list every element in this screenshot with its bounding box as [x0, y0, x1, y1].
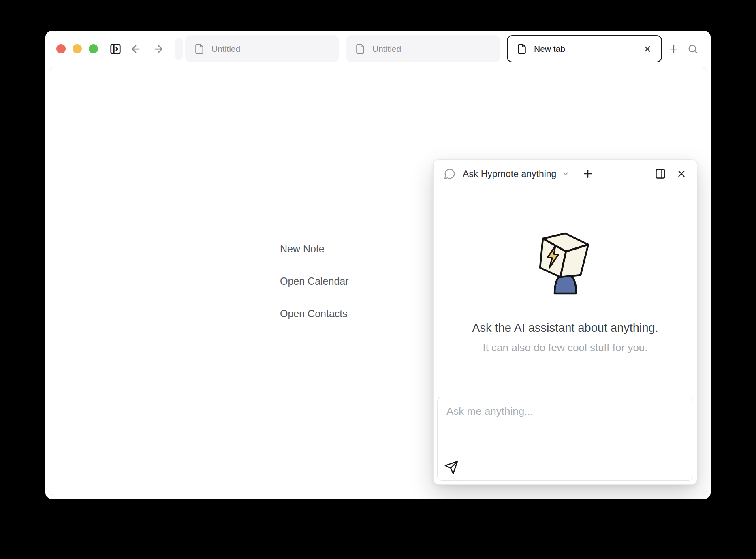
robot-mascot [535, 231, 596, 296]
panel-left-toggle-icon [109, 43, 122, 55]
app-window: Untitled Untitled New tab [45, 31, 711, 499]
panel-right-icon [655, 168, 666, 179]
file-icon [355, 44, 365, 54]
arrow-right-icon [152, 43, 164, 55]
back-button[interactable] [130, 43, 142, 55]
chat-input-box [437, 397, 693, 481]
open-contacts-link[interactable]: Open Contacts [280, 307, 349, 320]
tab-label: New tab [534, 44, 565, 54]
close-icon [676, 169, 687, 179]
tab-bar: Untitled Untitled New tab [185, 35, 662, 62]
file-icon [194, 44, 205, 54]
search-icon [687, 43, 698, 55]
tab-new-tab-active[interactable]: New tab [507, 35, 662, 62]
forward-button[interactable] [152, 43, 164, 55]
assistant-selector[interactable]: Ask Hyprnote anything [444, 168, 570, 180]
file-icon [517, 44, 527, 54]
search-button[interactable] [687, 43, 698, 55]
tab-untitled-2[interactable]: Untitled [346, 35, 500, 62]
new-note-link[interactable]: New Note [280, 242, 349, 255]
new-tab-button[interactable] [668, 43, 680, 55]
chevron-down-icon [562, 170, 570, 178]
assistant-footer [434, 397, 697, 484]
assistant-panel: Ask Hyprnote anything [433, 159, 697, 485]
tab-label: Untitled [372, 44, 401, 54]
plus-icon [582, 168, 594, 180]
arrow-left-icon [130, 43, 142, 55]
tab-untitled-1[interactable]: Untitled [185, 35, 339, 62]
close-tab-button[interactable] [643, 44, 652, 54]
assistant-subtitle: It can also do few cool stuff for you. [483, 341, 647, 354]
close-assistant-button[interactable] [676, 169, 687, 179]
assistant-title: Ask Hyprnote anything [463, 169, 556, 179]
tab-strip-edge [175, 38, 183, 60]
minimize-window-button[interactable] [73, 44, 82, 53]
send-icon [444, 460, 459, 475]
content-area: New Note Open Calendar Open Contacts Ask… [49, 67, 707, 495]
message-bubble-icon [444, 168, 456, 180]
plus-icon [668, 43, 680, 55]
assistant-empty-state: Ask the AI assistant about anything. It … [434, 188, 697, 397]
expand-panel-button[interactable] [655, 168, 666, 179]
sidebar-toggle-button[interactable] [109, 43, 122, 55]
traffic-lights [56, 44, 98, 53]
zoom-window-button[interactable] [89, 44, 98, 53]
new-chat-button[interactable] [582, 168, 594, 180]
assistant-header: Ask Hyprnote anything [434, 160, 697, 188]
open-calendar-link[interactable]: Open Calendar [280, 275, 349, 287]
assistant-headline: Ask the AI assistant about anything. [472, 321, 658, 335]
chat-input[interactable] [438, 397, 693, 480]
title-bar: Untitled Untitled New tab [45, 31, 711, 67]
close-window-button[interactable] [56, 44, 66, 53]
quick-actions: New Note Open Calendar Open Contacts [280, 242, 349, 320]
close-icon [643, 44, 652, 54]
send-button[interactable] [444, 460, 459, 475]
tab-label: Untitled [211, 44, 240, 54]
